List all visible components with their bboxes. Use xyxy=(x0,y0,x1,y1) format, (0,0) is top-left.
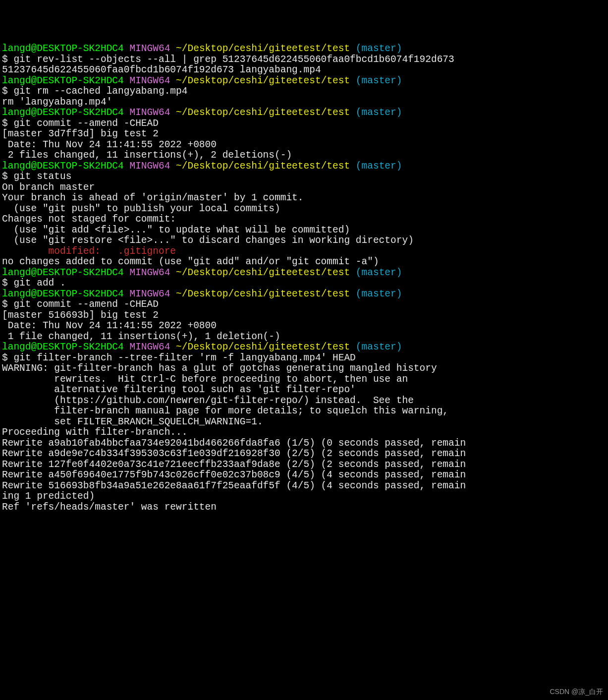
terminal-output[interactable]: langd@DESKTOP-SK2HDC4 MINGW64 ~/Desktop/… xyxy=(2,44,606,513)
output-line: Proceeding with filter-branch... xyxy=(2,427,606,438)
output-line: WARNING: git-filter-branch has a glut of… xyxy=(2,363,606,374)
output-line: filter-branch manual page for more detai… xyxy=(2,406,606,417)
prompt-line: langd@DESKTOP-SK2HDC4 MINGW64 ~/Desktop/… xyxy=(2,76,606,87)
cwd: ~/Desktop/ceshi/giteetest/test xyxy=(176,342,350,352)
output-line: (use "git push" to publish your local co… xyxy=(2,204,606,215)
prompt-line: langd@DESKTOP-SK2HDC4 MINGW64 ~/Desktop/… xyxy=(2,44,606,55)
prompt-line: langd@DESKTOP-SK2HDC4 MINGW64 ~/Desktop/… xyxy=(2,268,606,279)
cwd: ~/Desktop/ceshi/giteetest/test xyxy=(176,107,350,118)
env: MINGW64 xyxy=(124,342,176,352)
user-host: langd@DESKTOP-SK2HDC4 xyxy=(2,107,124,118)
command-line: $ git rev-list --objects --all | grep 51… xyxy=(2,55,606,65)
branch: (master) xyxy=(350,342,402,352)
output-line: Date: Thu Nov 24 11:41:55 2022 +0800 xyxy=(2,140,606,151)
output-line: rewrites. Hit Ctrl-C before proceeding t… xyxy=(2,374,606,385)
branch: (master) xyxy=(350,289,402,299)
output-line: Rewrite a9de9e7c4b334f395303c63f1e039df2… xyxy=(2,449,606,460)
cwd: ~/Desktop/ceshi/giteetest/test xyxy=(176,267,350,278)
command-line: $ git add . xyxy=(2,278,606,289)
cwd: ~/Desktop/ceshi/giteetest/test xyxy=(176,289,350,299)
command-line: $ git commit --amend -CHEAD xyxy=(2,299,606,310)
cwd: ~/Desktop/ceshi/giteetest/test xyxy=(176,75,350,86)
env: MINGW64 xyxy=(124,289,176,299)
command-line: $ git rm --cached langyabang.mp4 xyxy=(2,86,606,97)
user-host: langd@DESKTOP-SK2HDC4 xyxy=(2,75,124,86)
user-host: langd@DESKTOP-SK2HDC4 xyxy=(2,43,124,54)
user-host: langd@DESKTOP-SK2HDC4 xyxy=(2,289,124,299)
output-line: 2 files changed, 11 insertions(+), 2 del… xyxy=(2,150,606,161)
command-line: $ git commit --amend -CHEAD xyxy=(2,118,606,129)
output-line: 1 file changed, 11 insertions(+), 1 dele… xyxy=(2,332,606,343)
output-line: Rewrite 127fe0f4402e0a73c41e721eecffb233… xyxy=(2,460,606,470)
watermark: CSDN @凉_白开 xyxy=(550,687,603,698)
output-line: Rewrite a450f69640e1775f9b743c026cff0e02… xyxy=(2,470,606,481)
output-line: Rewrite 516693b8fb34a9a51e262e8aa61f7f25… xyxy=(2,481,606,492)
branch: (master) xyxy=(350,43,402,54)
prompt-line: langd@DESKTOP-SK2HDC4 MINGW64 ~/Desktop/… xyxy=(2,289,606,300)
user-host: langd@DESKTOP-SK2HDC4 xyxy=(2,342,124,352)
env: MINGW64 xyxy=(124,75,176,86)
command-line: $ git status xyxy=(2,172,606,182)
output-line: set FILTER_BRANCH_SQUELCH_WARNING=1. xyxy=(2,417,606,428)
command-line: $ git filter-branch --tree-filter 'rm -f… xyxy=(2,353,606,364)
branch: (master) xyxy=(350,267,402,278)
branch: (master) xyxy=(350,107,402,118)
output-line: On branch master xyxy=(2,182,606,193)
prompt-line: langd@DESKTOP-SK2HDC4 MINGW64 ~/Desktop/… xyxy=(2,108,606,118)
output-line: Your branch is ahead of 'origin/master' … xyxy=(2,193,606,204)
output-line: (https://github.com/newren/git-filter-re… xyxy=(2,396,606,407)
output-line: Rewrite a9ab10fab4bbcfaa734e92041bd46626… xyxy=(2,438,606,449)
branch: (master) xyxy=(350,75,402,86)
output-line: modified: .gitignore xyxy=(2,246,606,257)
output-line: Ref 'refs/heads/master' was rewritten xyxy=(2,502,606,513)
output-line: rm 'langyabang.mp4' xyxy=(2,97,606,108)
output-line: (use "git restore <file>..." to discard … xyxy=(2,235,606,246)
branch: (master) xyxy=(350,161,402,172)
user-host: langd@DESKTOP-SK2HDC4 xyxy=(2,267,124,278)
output-line: [master 516693b] big test 2 xyxy=(2,310,606,321)
env: MINGW64 xyxy=(124,267,176,278)
prompt-line: langd@DESKTOP-SK2HDC4 MINGW64 ~/Desktop/… xyxy=(2,161,606,172)
user-host: langd@DESKTOP-SK2HDC4 xyxy=(2,161,124,172)
env: MINGW64 xyxy=(124,43,176,54)
cwd: ~/Desktop/ceshi/giteetest/test xyxy=(176,43,350,54)
output-line: [master 3d7ff3d] big test 2 xyxy=(2,129,606,140)
prompt-line: langd@DESKTOP-SK2HDC4 MINGW64 ~/Desktop/… xyxy=(2,342,606,353)
output-line: no changes added to commit (use "git add… xyxy=(2,257,606,268)
output-line: Changes not staged for commit: xyxy=(2,214,606,225)
env: MINGW64 xyxy=(124,107,176,118)
env: MINGW64 xyxy=(124,161,176,172)
output-line: ing 1 predicted) xyxy=(2,491,606,502)
output-line: (use "git add <file>..." to update what … xyxy=(2,225,606,236)
cwd: ~/Desktop/ceshi/giteetest/test xyxy=(176,161,350,172)
output-line: Date: Thu Nov 24 11:41:55 2022 +0800 xyxy=(2,321,606,332)
output-line: alternative filtering tool such as 'git … xyxy=(2,385,606,396)
output-line: 51237645d622455060faa0fbcd1b6074f192d673… xyxy=(2,65,606,76)
